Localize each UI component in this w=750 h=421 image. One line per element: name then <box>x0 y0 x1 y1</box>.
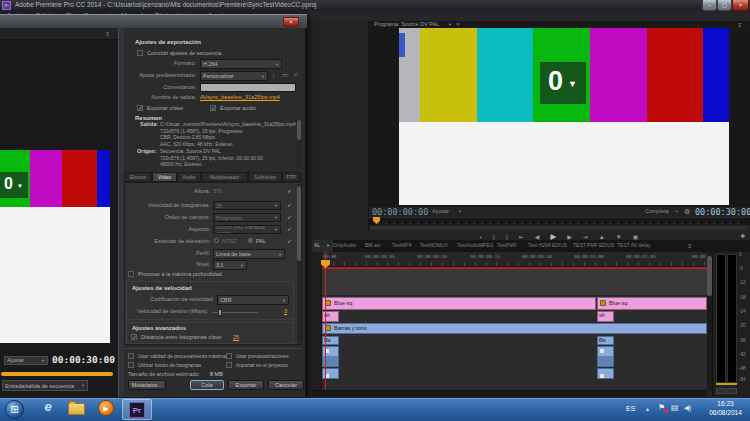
premiere-taskbar-button[interactable]: Pr <box>122 399 152 420</box>
network-tray-icon[interactable]: ▤ <box>671 404 679 412</box>
go-to-out-icon[interactable]: ⇥ <box>583 234 588 240</box>
import-preset-icon[interactable]: ▭ <box>282 72 288 78</box>
queue-button[interactable]: Cola <box>190 380 224 390</box>
settings-scrollbar[interactable] <box>297 184 301 343</box>
clip-blue-sq-1[interactable]: Blue sq <box>322 297 596 310</box>
ntsc-radio[interactable] <box>214 238 219 243</box>
export-video-checkbox[interactable]: ✓ <box>137 105 143 111</box>
preview-panel-menu-icon[interactable]: ≡ <box>106 31 110 37</box>
preset-select[interactable]: Personalizar ▼ <box>200 71 268 81</box>
program-tab-close-icon[interactable]: × <box>456 21 460 27</box>
clip-blip-a1-2[interactable]: Bla <box>597 336 614 345</box>
program-fit-select[interactable]: Ajustar <box>432 209 449 215</box>
format-select[interactable]: H.264 ▼ <box>200 59 282 69</box>
start-button[interactable]: ⊞ <box>5 400 24 419</box>
program-resolution-select[interactable]: Completa <box>645 209 669 215</box>
program-settings-wrench-icon[interactable]: ⚙ <box>684 208 690 215</box>
timeline-tab-testpmf[interactable]: TestPMF <box>497 243 517 248</box>
program-fit-dropdown-icon[interactable]: ▼ <box>458 210 462 214</box>
export-audio-checkbox[interactable]: ✓ <box>210 105 216 111</box>
program-tab-dropdown-icon[interactable]: ▼ <box>448 23 452 27</box>
clip-barras-y-tono[interactable]: Barras y tono <box>322 323 707 334</box>
summary-scroll-thumb[interactable] <box>297 120 301 140</box>
timeline-tab-testnomux[interactable]: TestNOMUX <box>420 243 448 248</box>
meter-solo-left-button[interactable] <box>716 388 726 394</box>
tray-expand-icon[interactable]: ▲ <box>645 407 650 412</box>
ie-taskbar-icon[interactable]: e <box>38 400 58 419</box>
tab-efectos[interactable]: Efectos <box>124 172 152 182</box>
mark-in-icon[interactable]: { <box>493 234 495 240</box>
step-back-icon[interactable]: ◀ <box>535 234 540 240</box>
timeline-active-tab-dropdown-icon[interactable]: ▼ <box>326 244 330 248</box>
comments-input[interactable] <box>200 83 296 92</box>
frame-blend-checkbox[interactable] <box>128 362 134 368</box>
timeline-tab-testh264edius[interactable]: Test H264 EDIUS <box>528 243 567 248</box>
close-button[interactable]: × <box>732 0 749 11</box>
dialog-close-button[interactable]: × <box>283 17 299 27</box>
profile-select[interactable]: Línea de base ▼ <box>213 249 285 259</box>
export-button[interactable]: Exportar <box>228 380 264 390</box>
preview-fit-dropdown-icon[interactable]: ▼ <box>41 359 45 363</box>
step-forward-icon[interactable]: ▶ <box>567 234 572 240</box>
clip-white-2[interactable]: wh <box>597 311 614 322</box>
field-order-check-icon[interactable]: ✓ <box>287 214 292 220</box>
tv-standard-check-icon[interactable]: ✓ <box>287 238 292 244</box>
timeline-panel-menu-icon[interactable]: ≡ <box>688 243 692 249</box>
preview-range-select[interactable]: Entrada/salida de secuencia ▼ <box>2 380 88 391</box>
tab-subtitulos[interactable]: Subtítulos <box>248 172 282 182</box>
save-preset-icon[interactable]: ↓ <box>272 72 275 78</box>
go-to-in-icon[interactable]: ⇤ <box>519 234 524 240</box>
export-settings-header[interactable]: Ajustes de exportación <box>135 39 201 45</box>
summary-scrollbar[interactable] <box>297 118 301 166</box>
program-tab[interactable]: Programa: Source DV PAL <box>374 22 439 28</box>
mark-out-icon[interactable]: } <box>506 234 508 240</box>
settings-scroll-thumb[interactable] <box>297 186 301 261</box>
explorer-taskbar-icon[interactable] <box>68 403 85 415</box>
transport-plus-icon[interactable]: ✚ <box>740 233 745 239</box>
advanced-header[interactable]: Ajustes avanzados <box>132 325 186 331</box>
framerate-select[interactable]: 25 ▼ <box>213 201 281 210</box>
lift-icon[interactable]: ▲ <box>599 234 605 240</box>
add-marker-icon[interactable]: ⬩ <box>480 234 482 240</box>
bitrate-header[interactable]: Ajustes de velocidad <box>132 285 192 291</box>
minimize-button[interactable]: – <box>702 0 717 11</box>
field-order-select[interactable]: Progresivo ▼ <box>213 213 281 222</box>
tab-multiplexador[interactable]: Multiplexador <box>201 172 248 182</box>
level-select[interactable]: 3,1 ▼ <box>213 260 247 270</box>
keyframe-checkbox[interactable]: ✓ <box>131 334 137 340</box>
tab-video[interactable]: Vídeo <box>152 172 177 182</box>
match-sequence-checkbox[interactable] <box>137 50 143 56</box>
cancel-button[interactable]: Cancelar <box>268 380 304 390</box>
target-bitrate-value[interactable]: 3 <box>284 309 287 315</box>
output-name-link[interactable]: AVsync_baseline_31a25fps.mp4 <box>200 95 280 101</box>
clock-time[interactable]: 16:23 <box>703 401 748 408</box>
previews-checkbox[interactable] <box>226 353 232 359</box>
export-frame-icon[interactable]: ▣ <box>633 234 639 240</box>
aspect-select[interactable]: D1/DV PAL Pantalla ancha... ▼ <box>213 225 281 234</box>
pal-radio[interactable] <box>248 238 253 243</box>
keyframe-value[interactable]: 25 <box>233 335 239 341</box>
tab-ftp[interactable]: FTP <box>282 172 300 182</box>
max-depth-checkbox[interactable] <box>128 271 134 277</box>
volume-tray-icon[interactable]: ◀) <box>684 405 691 412</box>
quality-checkbox[interactable] <box>128 353 134 359</box>
program-panel-menu-icon[interactable]: ≡ <box>738 22 742 28</box>
delete-preset-icon[interactable]: ✕ <box>293 72 298 78</box>
program-resolution-dropdown-icon[interactable]: ▼ <box>675 210 679 214</box>
timeline-tab-testavdelay[interactable]: TEST AV delay <box>617 243 650 248</box>
metadata-button[interactable]: Metadatos... <box>128 380 166 390</box>
tray-language[interactable]: ES <box>626 405 635 412</box>
framerate-check-icon[interactable]: ✓ <box>287 202 292 208</box>
program-scrubber[interactable] <box>368 217 750 225</box>
height-check-icon[interactable]: ✓ <box>287 188 292 194</box>
clip-blip-a3-2[interactable] <box>597 368 614 379</box>
clock-date[interactable]: 06/08/2014 <box>703 410 748 417</box>
program-timecode-current[interactable]: 00:00:00:00 <box>372 208 428 217</box>
target-bitrate-slider-handle[interactable] <box>218 309 222 316</box>
clip-blue-sq-2[interactable]: Blue sq <box>597 297 707 310</box>
timeline-tab-onlyaudio[interactable]: OnlyAudio <box>333 243 356 248</box>
clip-blip-a2-2[interactable] <box>597 346 614 367</box>
timeline-tab-testmp4[interactable]: TestMP4 <box>392 243 411 248</box>
preview-scrubber[interactable] <box>1 372 113 376</box>
tab-audio[interactable]: Audio <box>177 172 201 182</box>
